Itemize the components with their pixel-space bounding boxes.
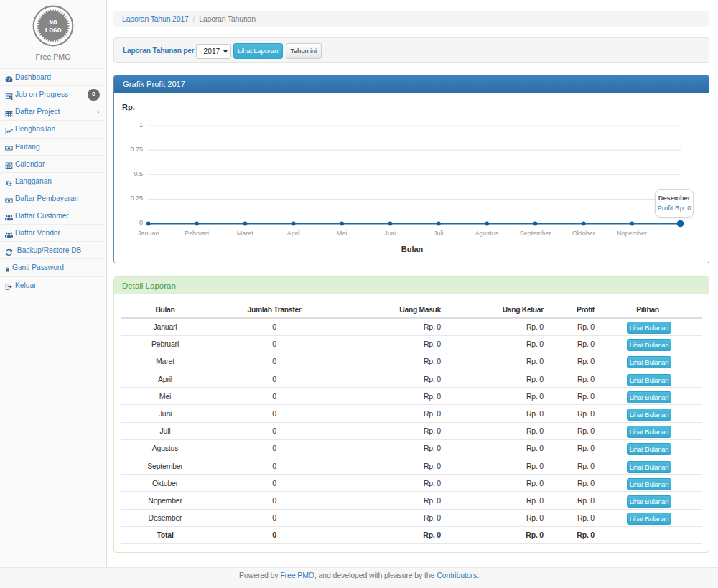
svg-text:NO: NO	[49, 19, 57, 27]
svg-text:LOGO: LOGO	[45, 27, 62, 34]
